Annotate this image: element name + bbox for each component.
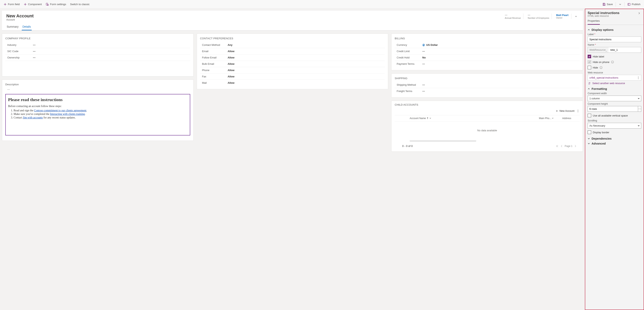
label-scrolling: Scrolling <box>588 119 641 122</box>
display-border-checkbox[interactable]: Display border <box>588 130 641 134</box>
collapse-pane-button[interactable] <box>637 11 641 16</box>
form-surface: New Account Account --- Annual Revenue -… <box>2 11 583 30</box>
scrolling-select[interactable]: As Necessary <box>588 123 641 128</box>
form-field-button[interactable]: Form field <box>2 2 22 7</box>
page-next-icon[interactable] <box>574 145 577 147</box>
section-formatting[interactable]: Formatting <box>588 87 641 90</box>
switch-to-classic-button[interactable]: Switch to classic <box>68 2 92 7</box>
add-new-account-button[interactable]: New Account <box>554 109 576 113</box>
subgrid-scrollbar[interactable] <box>410 140 476 142</box>
component-button[interactable]: Component <box>22 2 44 7</box>
field-email[interactable]: EmailAllow <box>200 48 385 55</box>
field-mail[interactable]: MailAllow <box>200 80 385 86</box>
field-value: --- <box>422 50 425 53</box>
page-prev-icon[interactable] <box>560 145 563 147</box>
check-label: Hide label <box>593 55 604 58</box>
description-value: --- <box>5 87 190 94</box>
header-stat-value: --- <box>528 14 549 16</box>
webres-link-commitment[interactable]: Contoso commitment to our clients agreee… <box>34 109 86 112</box>
field-follow-email[interactable]: Follow EmailAllow <box>200 55 385 61</box>
header-stat-revenue[interactable]: --- Annual Revenue <box>502 14 523 19</box>
field-ownership[interactable]: Ownership --- <box>5 55 190 61</box>
subgrid-pager: Page 1 <box>556 145 577 147</box>
col-main-phone[interactable]: Main Pho... <box>539 117 557 120</box>
column-2: CONTACT PREFERENCES Contact MethodAny Em… <box>197 34 388 152</box>
use-all-space-checkbox[interactable]: Use all available vertical space <box>588 114 641 117</box>
subgrid-column-header: Account Name Main Pho... Address <box>395 115 580 121</box>
component-height-input[interactable] <box>588 106 641 112</box>
header-expand-button[interactable] <box>574 14 578 19</box>
contact-preferences-section[interactable]: CONTACT PREFERENCES Contact MethodAny Em… <box>197 34 388 89</box>
svg-point-11 <box>638 78 638 79</box>
webres-link-jim[interactable]: Jim with accounts <box>23 116 43 119</box>
billing-section[interactable]: BILLING Currency US Dollar Credit Limit-… <box>391 34 583 70</box>
field-payment-terms[interactable]: Payment Terms--- <box>395 61 580 67</box>
form-header-left: New Account Account <box>6 14 34 21</box>
form-settings-button[interactable]: Form settings <box>44 2 68 7</box>
description-section[interactable]: Description --- Please read these instru… <box>2 80 194 141</box>
tab-properties[interactable]: Properties <box>588 19 600 25</box>
hide-checkbox[interactable]: Hide <box>588 66 641 69</box>
select-another-webresource-link[interactable]: Select another web resource <box>588 81 641 86</box>
webres-link-training[interactable]: Interacting with clients training <box>50 112 85 115</box>
section-title: COMPANY PROFILE <box>5 37 190 40</box>
tab-summary[interactable]: Summary <box>6 24 19 30</box>
command-bar-right: Save Publish <box>600 2 642 7</box>
col-account-name[interactable]: Account Name <box>410 117 534 120</box>
header-stat-employees[interactable]: --- Number of Employees <box>525 14 552 19</box>
owner-label: Owner <box>556 17 569 19</box>
chevron-up-icon <box>588 29 590 31</box>
field-credit-limit[interactable]: Credit Limit--- <box>395 48 580 55</box>
check-icon <box>588 55 590 58</box>
publish-label: Publish <box>632 3 640 6</box>
name-input[interactable] <box>608 47 641 53</box>
divider <box>624 2 625 7</box>
page-first-icon[interactable] <box>556 145 559 147</box>
property-pane-header: Special instructions HTML web resource <box>585 9 644 17</box>
webres-step-1: Read and sign the Contoso commitment to … <box>14 109 188 112</box>
section-label: Display options <box>592 28 614 31</box>
child-accounts-section[interactable]: CHILD ACCOUNTS New Account Accoun <box>391 101 583 152</box>
webres-text: Contact <box>14 116 23 119</box>
webresource-picker[interactable]: crfb6_special-instructions <box>588 75 641 81</box>
field-industry[interactable]: Industry --- <box>5 42 190 48</box>
field-freight-terms[interactable]: Freight Terms--- <box>395 88 580 94</box>
field-contact-method[interactable]: Contact MethodAny <box>200 42 385 48</box>
section-display-options[interactable]: Display options <box>588 28 641 31</box>
form-tabs: Summary Details <box>2 21 583 30</box>
check-icon <box>588 61 590 63</box>
field-phone[interactable]: PhoneAllow <box>200 67 385 73</box>
field-currency[interactable]: Currency US Dollar <box>395 42 580 48</box>
header-owner[interactable]: Matt Peart Owner <box>554 14 572 19</box>
shipping-section[interactable]: SHIPPING Shipping Method--- Freight Term… <box>391 73 583 98</box>
field-fax[interactable]: FaxAllow <box>200 73 385 80</box>
label-input[interactable] <box>588 37 641 42</box>
field-value: --- <box>422 83 425 86</box>
section-dependencies[interactable]: Dependencies <box>588 137 641 140</box>
field-shipping-method[interactable]: Shipping Method--- <box>395 82 580 88</box>
col-address[interactable]: Address <box>562 117 578 120</box>
component-width-select[interactable]: 1 column <box>588 96 641 101</box>
hide-label-checkbox[interactable]: Hide label <box>588 55 641 58</box>
special-instructions-webresource[interactable]: Please read these instructions Before co… <box>5 94 190 135</box>
form-header-right: --- Annual Revenue --- Number of Employe… <box>502 14 578 19</box>
section-advanced[interactable]: Advanced <box>588 142 641 145</box>
field-value: Allow <box>228 81 234 84</box>
company-profile-section[interactable]: COMPANY PROFILE Industry --- SIC Code --… <box>2 34 194 76</box>
more-commands-button[interactable] <box>576 109 580 112</box>
save-button[interactable]: Save <box>600 2 615 7</box>
tab-details[interactable]: Details <box>22 24 31 30</box>
field-credit-hold[interactable]: Credit HoldNo <box>395 55 580 61</box>
check-label: Hide on phone <box>593 61 610 64</box>
save-options-button[interactable] <box>616 2 624 7</box>
more-icon[interactable] <box>637 76 640 79</box>
field-label: Payment Terms <box>395 62 422 65</box>
field-value: --- <box>33 56 36 59</box>
form-settings-label: Form settings <box>50 3 66 6</box>
publish-button[interactable]: Publish <box>626 2 642 7</box>
subgrid-range: 0 - 0 of 0 <box>402 144 412 147</box>
field-sic-code[interactable]: SIC Code --- <box>5 48 190 55</box>
hide-on-phone-checkbox[interactable]: Hide on phone <box>588 60 641 64</box>
component-height-spinner[interactable] <box>588 106 641 112</box>
field-bulk-email[interactable]: Bulk EmailAllow <box>200 61 385 67</box>
